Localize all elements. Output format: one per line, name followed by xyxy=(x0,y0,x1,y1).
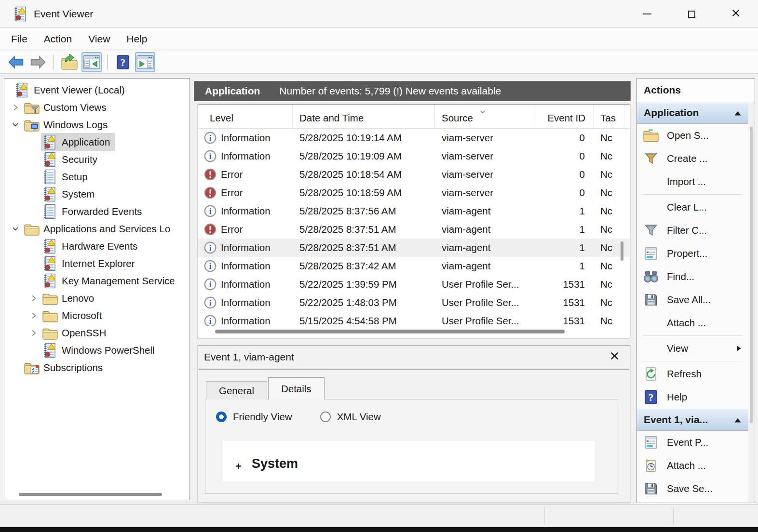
action-open-s[interactable]: Open S... xyxy=(637,124,748,147)
tree-item-subscriptions[interactable]: Subscriptions xyxy=(4,359,190,376)
tree-item-forwarded-events[interactable]: Forwarded Events xyxy=(4,203,190,220)
collapse-icon[interactable] xyxy=(734,414,742,426)
action-attach[interactable]: Attach ... xyxy=(637,454,748,477)
svg-text:i: i xyxy=(209,243,212,253)
tree-item-key-management-service[interactable]: Key Management Service xyxy=(4,272,190,290)
action-help[interactable]: ?Help xyxy=(637,386,748,409)
column-header-level[interactable]: Level xyxy=(198,105,293,128)
tree-item-internet-explorer[interactable]: Internet Explorer xyxy=(4,255,190,272)
event-row[interactable]: iInformation5/22/2025 1:39:59 PMUser Pro… xyxy=(198,275,630,293)
toggle-console-tree-button[interactable] xyxy=(81,52,102,72)
event-row[interactable]: iInformation5/15/2025 4:54:58 PMUser Pro… xyxy=(198,312,630,326)
expand-system-toggle[interactable]: + xyxy=(235,460,242,473)
action-import[interactable]: Import ... xyxy=(637,170,748,193)
actions-section-header-application[interactable]: Application xyxy=(637,102,748,124)
event-row[interactable]: iInformation5/28/2025 10:19:09 AMviam-se… xyxy=(198,147,630,165)
tree-item-windows-powershell[interactable]: Windows PowerShell xyxy=(4,342,190,359)
actions-vertical-scrollbar[interactable] xyxy=(748,102,754,502)
svg-text:i: i xyxy=(209,317,212,326)
scrollbar-thumb[interactable] xyxy=(19,493,162,496)
column-header-date-and-time[interactable]: Date and Time xyxy=(293,105,435,128)
toggle-action-pane-button[interactable] xyxy=(135,52,155,72)
column-header-event-id[interactable]: Event ID xyxy=(533,105,594,128)
action-refresh[interactable]: Refresh xyxy=(637,362,748,386)
action-attach[interactable]: Attach ... xyxy=(637,311,748,334)
tree-item-system[interactable]: System xyxy=(4,186,190,203)
minimize-button[interactable] xyxy=(625,0,669,28)
action-clear-l[interactable]: Clear L... xyxy=(637,196,748,219)
event-row[interactable]: iInformation5/28/2025 8:37:51 AMviam-age… xyxy=(198,239,630,257)
event-id-cell: 1 xyxy=(533,224,594,235)
tree-item-label: Security xyxy=(62,154,97,165)
back-button[interactable] xyxy=(6,52,26,72)
datetime-cell: 5/28/2025 10:19:14 AM xyxy=(293,132,435,144)
tree-item-label: Hardware Events xyxy=(62,240,137,252)
action-save-all[interactable]: Save All... xyxy=(637,288,748,311)
event-row[interactable]: iInformation5/22/2025 1:48:03 PMUser Pro… xyxy=(198,293,630,312)
action-find[interactable]: Find... xyxy=(637,265,748,288)
event-row[interactable]: Error5/28/2025 10:18:54 AMviam-server0Nc xyxy=(198,165,630,184)
tab-general[interactable]: General xyxy=(206,381,267,399)
folder-icon xyxy=(42,308,58,323)
event-row[interactable]: Error5/28/2025 10:18:59 AMviam-server0Nc xyxy=(198,184,630,202)
chevron-expanded-icon[interactable] xyxy=(8,225,23,233)
scrollbar-thumb[interactable] xyxy=(750,127,753,423)
tree-item-security[interactable]: Security xyxy=(4,151,190,168)
action-propert[interactable]: Propert... xyxy=(637,242,748,265)
tree-item-microsoft[interactable]: Microsoft xyxy=(4,307,190,324)
actions-divider xyxy=(643,335,743,336)
event-row[interactable]: iInformation5/28/2025 10:19:14 AMviam-se… xyxy=(198,129,630,147)
maximize-button[interactable] xyxy=(669,0,714,28)
tree-item-lenovo[interactable]: Lenovo xyxy=(4,290,190,307)
chevron-collapsed-icon[interactable] xyxy=(27,294,41,302)
action-event-p[interactable]: Event P... xyxy=(637,431,748,454)
detail-close-icon[interactable] xyxy=(610,351,619,363)
friendly-view-radio[interactable]: Friendly View xyxy=(216,411,292,423)
tree-item-openssh[interactable]: OpenSSH xyxy=(4,324,190,342)
event-row[interactable]: iInformation5/28/2025 8:37:42 AMviam-age… xyxy=(198,257,630,275)
tree-item-event-viewer-local[interactable]: Event Viewer (Local) xyxy=(4,81,190,99)
close-button[interactable] xyxy=(714,0,758,28)
event-id-cell: 1 xyxy=(533,242,594,253)
action-view[interactable]: View xyxy=(637,337,748,360)
task-category-cell: Nc xyxy=(594,279,624,290)
forward-button[interactable] xyxy=(28,52,48,72)
menu-view[interactable]: View xyxy=(80,33,118,45)
chevron-collapsed-icon[interactable] xyxy=(8,104,23,111)
tree-item-applications-and-services-lo[interactable]: Applications and Services Lo xyxy=(4,220,190,238)
tree-item-windows-logs[interactable]: Windows Logs xyxy=(4,116,190,133)
event-row[interactable]: Error5/28/2025 8:37:51 AMviam-agent1Nc xyxy=(198,220,630,239)
action-save-se[interactable]: Save Se... xyxy=(637,477,748,500)
menu-file[interactable]: File xyxy=(3,33,36,45)
action-create[interactable]: Create ... xyxy=(637,147,748,170)
column-header-source[interactable]: Source xyxy=(435,105,533,128)
actions-section-header-event-1-via[interactable]: Event 1, via... xyxy=(637,409,748,431)
tree-item-custom-views[interactable]: Custom Views xyxy=(4,99,190,116)
status-separator xyxy=(673,507,674,525)
task-category-cell: Nc xyxy=(594,169,624,180)
tree-item-application[interactable]: Application xyxy=(4,133,190,151)
tree-horizontal-scrollbar[interactable] xyxy=(6,491,188,498)
xml-view-radio[interactable]: XML View xyxy=(320,411,381,423)
action-filter-c[interactable]: Filter C... xyxy=(637,219,748,242)
help-button[interactable]: ? xyxy=(113,52,133,72)
chevron-expanded-icon[interactable] xyxy=(8,121,23,129)
tab-details[interactable]: Details xyxy=(268,377,325,399)
action-label: Clear L... xyxy=(667,201,707,213)
column-header-tas[interactable]: Tas xyxy=(594,105,624,128)
chevron-collapsed-icon[interactable] xyxy=(27,312,41,319)
tree-item-setup[interactable]: Setup xyxy=(4,168,190,186)
open-saved-log-button[interactable] xyxy=(59,52,80,72)
collapse-icon[interactable] xyxy=(734,107,742,119)
event-row[interactable]: iInformation5/28/2025 8:37:56 AMviam-age… xyxy=(198,202,630,220)
menu-action[interactable]: Action xyxy=(36,33,80,45)
filter-icon xyxy=(643,223,659,238)
list-horizontal-scrollbar[interactable] xyxy=(215,330,565,333)
menu-help[interactable]: Help xyxy=(118,33,155,45)
list-vertical-scrollbar[interactable] xyxy=(621,241,623,261)
source-cell: viam-server xyxy=(435,132,533,144)
tree-item-hardware-events[interactable]: Hardware Events xyxy=(4,238,190,255)
event-detail-panel: Event 1, viam-agent GeneralDetails Frien… xyxy=(198,345,630,503)
folder-monitor-icon xyxy=(24,118,40,132)
chevron-collapsed-icon[interactable] xyxy=(27,329,41,337)
